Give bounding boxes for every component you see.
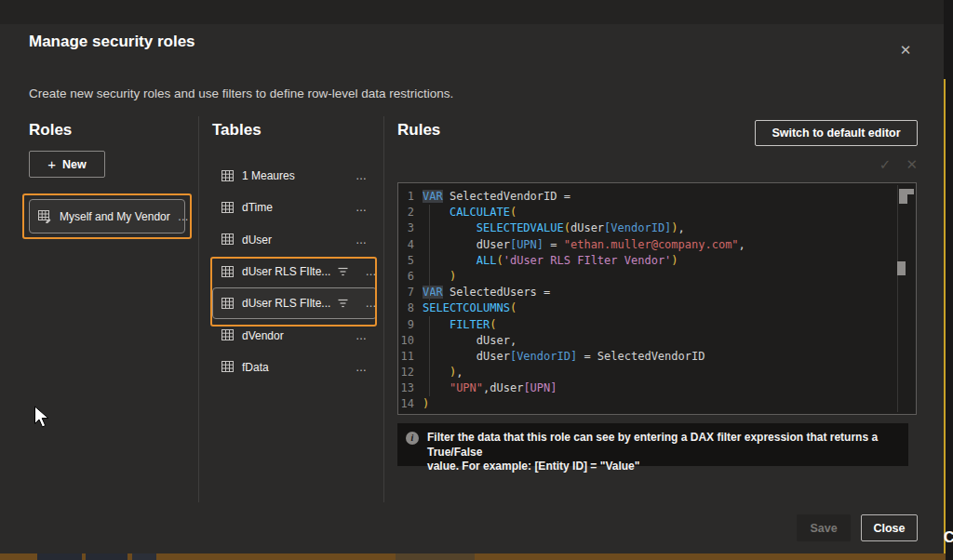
filter-info-text: Filter the data that this role can see b…: [427, 431, 899, 466]
table-row[interactable]: fData…: [212, 352, 377, 383]
table-icon: [221, 202, 235, 214]
mouse-cursor: [34, 406, 50, 433]
table-row[interactable]: dUser…: [212, 224, 377, 256]
line-number: 2: [398, 205, 423, 220]
rules-heading: Rules: [397, 121, 440, 140]
line-number: 6: [398, 269, 423, 285]
code-line[interactable]: 12 ),: [398, 365, 916, 380]
table-icon: [221, 233, 235, 246]
code-text: ): [423, 396, 429, 412]
code-text: SELECTCOLUMNS(: [423, 300, 517, 316]
table-icon: [221, 170, 235, 182]
table-icon: [221, 361, 235, 373]
role-more-options-icon[interactable]: …: [178, 210, 190, 223]
close-button[interactable]: Close: [861, 514, 918, 541]
code-line[interactable]: 13 "UPN",dUser[UPN]: [398, 380, 916, 396]
table-row[interactable]: dTime…: [212, 192, 377, 223]
table-more-options-icon[interactable]: …: [356, 233, 368, 247]
line-number: 9: [398, 317, 423, 333]
line-number: 1: [398, 189, 423, 205]
tables-heading: Tables: [212, 121, 262, 140]
taskbar-segment: [37, 553, 82, 560]
code-line[interactable]: 2 CALCULATE(: [398, 205, 916, 220]
window-right-edge: [946, 0, 953, 560]
code-line[interactable]: 6 ): [398, 269, 916, 285]
minimap-block: [907, 189, 914, 194]
role-item[interactable]: Myself and My Vendor …: [29, 199, 185, 233]
code-lines: 1VAR SelectedVendorID =2 CALCULATE(3 SEL…: [398, 189, 916, 413]
dialog-subtitle: Create new security roles and use filter…: [29, 87, 453, 100]
window-edge-top: [944, 0, 946, 79]
save-button[interactable]: Save: [797, 514, 851, 541]
taskbar-segment: [396, 553, 475, 560]
code-line[interactable]: 9 FILTER(: [398, 317, 916, 333]
code-text: VAR SelectedVendorID =: [423, 189, 570, 205]
code-line[interactable]: 14): [398, 396, 916, 412]
editor-actions: ✓ ✕: [856, 156, 918, 175]
table-more-options-icon[interactable]: …: [356, 329, 368, 342]
taskbar-strip: [0, 553, 953, 560]
roles-heading: Roles: [29, 121, 72, 140]
table-row[interactable]: 1 Meaures…: [212, 160, 377, 192]
table-more-options-icon[interactable]: …: [356, 169, 368, 182]
table-label: fData: [242, 361, 269, 374]
code-text: ALL('dUser RLS FIlter Vendor'): [423, 253, 678, 269]
code-line[interactable]: 11 dUser[VendorID] = SelectedVendorID: [398, 349, 916, 365]
line-number: 5: [398, 253, 423, 269]
yellow-pane-border: [944, 79, 946, 553]
filter-info-bar: i Filter the data that this role can see…: [397, 423, 908, 466]
taskbar-segment: [86, 553, 128, 560]
minimap-block: [899, 189, 907, 204]
switch-editor-button[interactable]: Switch to default editor: [755, 120, 918, 146]
code-text: SELECTEDVALUE(dUser[VendorID]),: [423, 220, 685, 236]
code-line[interactable]: 7VAR SelectedUsers =: [398, 285, 916, 300]
top-band: [0, 0, 944, 24]
table-label: dTime: [242, 201, 273, 214]
dialog-close-icon[interactable]: ✕: [895, 40, 916, 60]
plus-icon: +: [47, 156, 56, 172]
table-label: dVendor: [242, 329, 284, 342]
code-text: dUser[UPN] = "ethan.muller@company.com",: [423, 237, 745, 253]
code-line[interactable]: 1VAR SelectedVendorID =: [398, 189, 916, 205]
column-divider: [198, 116, 199, 502]
line-number: 11: [398, 349, 423, 365]
info-icon: i: [406, 432, 419, 445]
code-line[interactable]: 10 dUser,: [398, 333, 916, 349]
indent-guide: [429, 205, 430, 300]
clipped-background-letter: C: [944, 529, 953, 546]
role-label: Myself and My Vendor: [60, 210, 170, 223]
indent-guide: [429, 316, 430, 396]
dax-code-editor[interactable]: 1VAR SelectedVendorID =2 CALCULATE(3 SEL…: [397, 182, 917, 415]
code-text: VAR SelectedUsers =: [423, 285, 550, 300]
line-number: 4: [398, 237, 423, 253]
new-role-button[interactable]: + New: [29, 151, 105, 178]
tables-highlight-box: [210, 257, 377, 327]
table-label: 1 Meaures: [242, 169, 295, 182]
table-label: dUser: [242, 233, 272, 247]
line-number: 7: [398, 285, 423, 300]
line-number: 14: [398, 396, 423, 412]
code-text: "UPN",dUser[UPN]: [423, 380, 557, 396]
code-line[interactable]: 8SELECTCOLUMNS(: [398, 300, 916, 316]
code-text: FILTER(: [423, 317, 497, 333]
code-line[interactable]: 4 dUser[UPN] = "ethan.muller@company.com…: [398, 237, 916, 253]
code-text: ): [423, 269, 456, 285]
apply-check-icon[interactable]: ✓: [879, 156, 892, 175]
table-icon: [221, 329, 235, 341]
new-role-label: New: [62, 158, 87, 171]
code-text: dUser,: [423, 333, 517, 349]
code-line[interactable]: 3 SELECTEDVALUE(dUser[VendorID]),: [398, 220, 916, 236]
line-number: 3: [398, 220, 423, 236]
role-table-pen-icon: [38, 210, 52, 223]
editor-scrollbar[interactable]: [897, 185, 898, 412]
line-number: 13: [398, 380, 423, 396]
taskbar-segment: [132, 553, 156, 560]
dialog-title: Manage security roles: [29, 33, 195, 51]
table-more-options-icon[interactable]: …: [356, 201, 368, 214]
table-more-options-icon[interactable]: …: [356, 361, 368, 374]
discard-x-icon[interactable]: ✕: [906, 156, 918, 175]
code-line[interactable]: 5 ALL('dUser RLS FIlter Vendor'): [398, 253, 916, 269]
code-text: dUser[VendorID] = SelectedVendorID: [423, 349, 705, 365]
line-number: 10: [398, 333, 423, 349]
line-number: 8: [398, 300, 423, 316]
